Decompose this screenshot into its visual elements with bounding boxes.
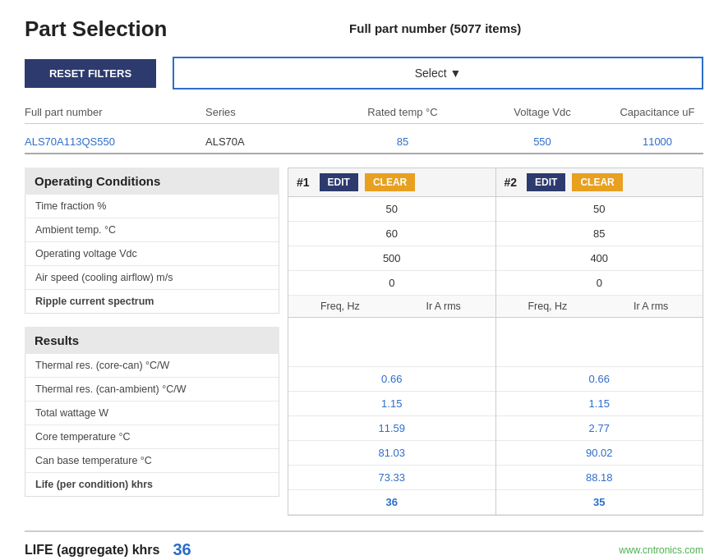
cond1-thermal-core: 0.66 [288, 367, 495, 392]
results-rows: Thermal res. (core-can) °C/W Thermal res… [25, 354, 279, 497]
left-panel: Operating Conditions Time fraction % Amb… [25, 168, 279, 516]
condition-2-edit-button[interactable]: EDIT [527, 173, 565, 191]
condition-2-clear-button[interactable]: CLEAR [572, 173, 622, 191]
right-panels: #1 EDIT CLEAR 50 60 500 0 Freq, Hz Ir A … [288, 168, 703, 516]
condition-1-clear-button[interactable]: CLEAR [365, 173, 415, 191]
footer-bar: LIFE (aggregate) khrs 36 www.cntronics.c… [25, 530, 703, 559]
results-title: Results [25, 327, 279, 354]
select-label: Select ▼ [415, 67, 462, 80]
watermark: www.cntronics.com [619, 544, 703, 556]
life-aggregate-label: LIFE (aggregate) khrs [25, 543, 159, 558]
col-capacitance: Capacitance uF [600, 106, 715, 118]
cond1-freq-label: Freq, Hz [288, 296, 392, 317]
capacitance-value: 11000 [600, 135, 715, 148]
life-aggregate-value: 36 [173, 540, 191, 559]
condition-panel-2: #2 EDIT CLEAR 50 85 400 0 Freq, Hz Ir A … [496, 168, 703, 515]
col-part-number: Full part number [25, 106, 205, 118]
col-rated-temp: Rated temp °C [320, 106, 485, 118]
part-table-row: ALS70A113QS550 ALS70A 85 550 11000 [25, 131, 703, 154]
condition-row-voltage: Operating voltage Vdc [25, 242, 279, 266]
part-number-link[interactable]: ALS70A113QS550 [25, 135, 205, 148]
cond2-ir-label: Ir A rms [599, 296, 703, 317]
cond1-ir-label: Ir A rms [392, 296, 495, 317]
select-dropdown[interactable]: Select ▼ [173, 57, 703, 90]
result-row-thermal-can: Thermal res. (can-ambient) °C/W [25, 378, 279, 402]
result-row-core-temp: Core temperature °C [25, 425, 279, 449]
condition-row-airspeed: Air speed (cooling airflow) m/s [25, 266, 279, 290]
cond1-freq-header: Freq, Hz Ir A rms [288, 296, 495, 318]
cond2-freq-label: Freq, Hz [496, 296, 600, 317]
cond1-wattage: 11.59 [288, 416, 495, 441]
results-section: Results Thermal res. (core-can) °C/W The… [25, 327, 279, 497]
operating-conditions-title: Operating Conditions [25, 168, 279, 195]
cond1-time: 50 [288, 197, 495, 222]
condition-1-number: #1 [297, 176, 310, 189]
condition-1-header: #1 EDIT CLEAR [288, 168, 495, 197]
part-table-header: Full part number Series Rated temp °C Vo… [25, 101, 703, 124]
condition-row-time: Time fraction % [25, 195, 279, 218]
cond2-freq-header: Freq, Hz Ir A rms [496, 296, 703, 318]
condition-2-number: #2 [505, 176, 518, 189]
cond1-spectrum-area [288, 318, 495, 367]
cond1-voltage: 500 [288, 246, 495, 271]
col-series: Series [205, 106, 320, 118]
cond2-thermal-core: 0.66 [496, 367, 703, 392]
operating-conditions-section: Operating Conditions Time fraction % Amb… [25, 168, 279, 314]
cond1-thermal-can: 1.15 [288, 392, 495, 416]
cond2-voltage: 400 [496, 246, 703, 271]
series-value: ALS70A [205, 135, 320, 148]
cond2-ambient: 85 [496, 222, 703, 246]
cond1-life: 36 [288, 490, 495, 515]
cond2-airspeed: 0 [496, 271, 703, 296]
cond2-life: 35 [496, 490, 703, 515]
condition-panel-1: #1 EDIT CLEAR 50 60 500 0 Freq, Hz Ir A … [288, 168, 496, 515]
page-title: Part Selection [25, 16, 167, 42]
col-voltage: Voltage Vdc [485, 106, 600, 118]
condition-1-edit-button[interactable]: EDIT [320, 173, 358, 191]
cond1-ambient: 60 [288, 222, 495, 246]
cond1-airspeed: 0 [288, 271, 495, 296]
condition-2-header: #2 EDIT CLEAR [496, 168, 703, 197]
cond2-time: 50 [496, 197, 703, 222]
reset-filters-button[interactable]: RESET FILTERS [25, 59, 156, 88]
cond2-core-temp: 90.02 [496, 441, 703, 466]
life-aggregate: LIFE (aggregate) khrs 36 [25, 540, 191, 559]
result-row-wattage: Total wattage W [25, 402, 279, 425]
voltage-value: 550 [485, 135, 600, 148]
result-row-can-base: Can base temperature °C [25, 449, 279, 473]
cond1-core-temp: 81.03 [288, 441, 495, 466]
rated-temp-value: 85 [320, 135, 485, 148]
cond2-spectrum-area [496, 318, 703, 367]
cond1-can-base: 73.33 [288, 466, 495, 490]
cond2-thermal-can: 1.15 [496, 392, 703, 416]
cond2-can-base: 88.18 [496, 466, 703, 490]
condition-row-ripple: Ripple current spectrum [25, 290, 279, 313]
condition-row-ambient: Ambient temp. °C [25, 218, 279, 242]
result-row-thermal-core: Thermal res. (core-can) °C/W [25, 354, 279, 378]
condition-rows: Time fraction % Ambient temp. °C Operati… [25, 195, 279, 314]
result-row-life: Life (per condition) khrs [25, 473, 279, 496]
full-part-number-header: Full part number (5077 items) [167, 16, 703, 35]
cond2-wattage: 2.77 [496, 416, 703, 441]
